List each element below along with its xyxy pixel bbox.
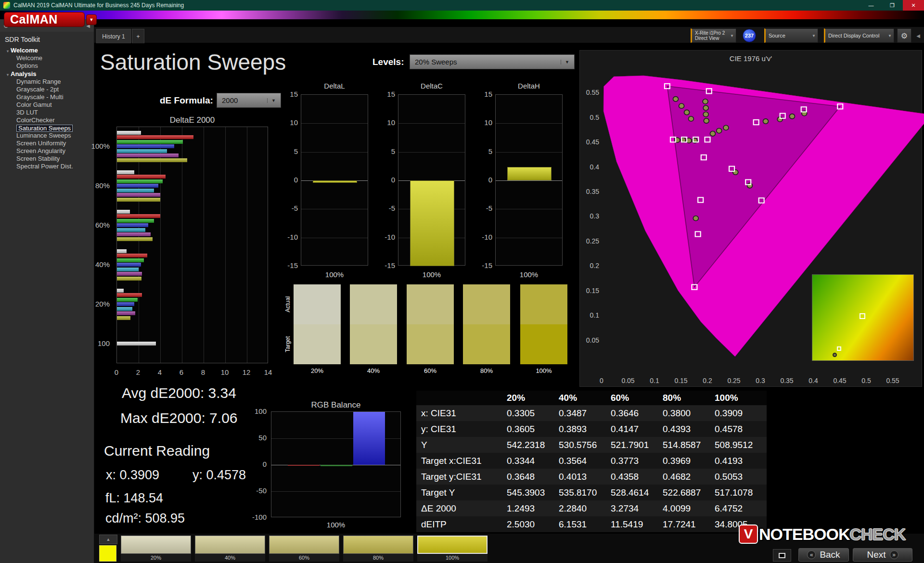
x-tick-label: 6	[176, 368, 187, 376]
sample-button-60[interactable]: 60%	[269, 536, 339, 562]
x-tick-label: 0.25	[726, 377, 742, 384]
calman-logo[interactable]: CalMAN	[4, 12, 85, 27]
sample-color	[343, 536, 413, 554]
sample-button-80[interactable]: 80%	[343, 536, 413, 562]
y-tick-label: 0.35	[581, 188, 599, 195]
gridline	[496, 123, 562, 124]
target-swatch	[407, 324, 454, 364]
target-swatch	[520, 324, 567, 364]
table-header-row: 20%40%60%80%100%	[416, 391, 767, 405]
display-control-dropdown[interactable]: Direct Display Control ▼	[824, 28, 894, 43]
y-tick-label: 0	[241, 460, 267, 468]
panel-collapse-icon[interactable]: ◀	[914, 28, 922, 43]
y-tick-label: 0	[481, 176, 492, 184]
cie-diagram-panel: CIE 1976 u'v' 00.050.10.150.20.250.30.35…	[579, 50, 922, 387]
cell-value: 6.4752	[715, 503, 767, 514]
y-tick-label: 15	[384, 90, 395, 98]
bar-blue	[117, 184, 158, 188]
next-label: Next	[867, 550, 886, 560]
header-40: 40%	[559, 393, 611, 403]
sidebar-item-colorchecker[interactable]: ColorChecker	[0, 116, 94, 124]
window-controls: — ❐ ✕	[860, 0, 924, 11]
levels-value: 20% Sweeps	[415, 58, 457, 66]
sidebar-item-saturation-sweeps[interactable]: Saturation Sweeps	[0, 124, 94, 132]
header-80: 80%	[663, 393, 715, 403]
sidebar-item-spectral-power-dist[interactable]: Spectral Power Dist.	[0, 163, 94, 170]
new-tab-button[interactable]: +	[132, 29, 144, 43]
settings-gear-button[interactable]: ⚙	[897, 28, 911, 43]
sidebar-item-color-gamut[interactable]: Color Gamut	[0, 101, 94, 109]
cell-value: 0.4578	[715, 424, 767, 435]
row-label: Target y:CIE31	[416, 472, 507, 482]
sidebar-item-welcome[interactable]: Welcome	[0, 54, 94, 62]
sample-button-20[interactable]: 20%	[121, 536, 191, 562]
gridline	[160, 127, 161, 363]
sidebar-item-screen-uniformity[interactable]: Screen Uniformity	[0, 140, 94, 147]
bar-red	[117, 135, 193, 139]
sidebar-item-label: ColorChecker	[16, 116, 54, 124]
app-icon	[3, 2, 10, 9]
minimize-button[interactable]: —	[860, 0, 882, 11]
sidebar-section-welcome[interactable]: ▾Welcome	[0, 46, 94, 54]
table-row-target-y: Target Y545.3903535.8170528.4614522.6887…	[416, 485, 767, 500]
bar-white	[117, 210, 130, 214]
bar-green	[117, 298, 138, 302]
close-button[interactable]: ✕	[903, 0, 924, 11]
sidebar-item-grayscale-2pt[interactable]: Grayscale - 2pt	[0, 86, 94, 93]
meter-dropdown[interactable]: X-Rite i1Pro 2 Direct View ▼	[691, 28, 736, 43]
y-tick-label: 5	[384, 147, 395, 155]
bar-yellow	[117, 198, 160, 202]
sidebar-item-options[interactable]: Options	[0, 62, 94, 70]
expand-up-button[interactable]: ▲	[99, 535, 117, 544]
next-button[interactable]: Next »	[853, 548, 912, 562]
sample-button-40[interactable]: 40%	[195, 536, 265, 562]
y-tick-label: 0.1	[581, 311, 599, 319]
swatch-column-20: 20%	[294, 284, 341, 374]
cell-value: 0.3648	[507, 472, 559, 482]
sidebar-item-grayscale-multi[interactable]: Grayscale - Multi	[0, 93, 94, 101]
watermark-text-2: CHECK	[849, 525, 905, 544]
cell-value: 6.1531	[559, 519, 611, 530]
sample-button-100[interactable]: 100%	[417, 536, 488, 562]
de-formula-dropdown[interactable]: 2000 ▼	[217, 93, 281, 108]
measurement-count-badge[interactable]: 237	[743, 29, 756, 42]
back-button[interactable]: « Back	[798, 548, 849, 562]
source-dropdown[interactable]: Source ▼	[764, 28, 818, 43]
actual-swatch	[407, 284, 454, 324]
y-tick-label: 100	[241, 407, 267, 415]
gridline	[496, 238, 562, 238]
sidebar-item-screen-angularity[interactable]: Screen Angularity	[0, 147, 94, 155]
gridline	[301, 238, 368, 238]
levels-dropdown[interactable]: 20% Sweeps ▼	[410, 54, 575, 69]
maximize-button[interactable]: ❐	[882, 0, 903, 11]
swatch-column-100: 100%	[520, 284, 567, 374]
y-tick-label: 50	[241, 434, 267, 442]
bar-magenta	[117, 232, 151, 236]
y-tick-label: 0.25	[581, 237, 599, 245]
y-tick-label: -5	[481, 204, 492, 212]
x-tick-label: 0.35	[779, 377, 795, 384]
y-tick-label: 0	[384, 176, 395, 184]
expander-icon: ▾	[7, 73, 9, 77]
target-row-label: Target	[283, 324, 293, 364]
current-sample-swatch[interactable]	[99, 545, 116, 562]
x-tick-label: 0	[593, 377, 610, 384]
sidebar-item-screen-stability[interactable]: Screen Stability	[0, 155, 94, 163]
measured-point	[703, 99, 708, 104]
bar-red	[117, 293, 142, 297]
table-row-target-x-cie31: Target x:CIE310.33440.35640.37730.39690.…	[416, 453, 767, 469]
logo-dropdown-arrow-icon[interactable]: ▼	[86, 14, 97, 25]
swatch-row-labels: Actual Target	[283, 284, 293, 364]
sidebar-item-dynamic-range[interactable]: Dynamic Range	[0, 78, 94, 86]
sidebar-item-label: Luminance Sweeps	[16, 132, 71, 139]
value-bar	[507, 167, 552, 180]
sidebar-section-analysis[interactable]: ▾Analysis	[0, 70, 94, 78]
pattern-window-button[interactable]	[773, 549, 791, 562]
sidebar-item-3d-lut[interactable]: 3D LUT	[0, 109, 94, 116]
sidebar-item-label: Screen Uniformity	[16, 140, 66, 147]
sidebar-section-label: Welcome	[11, 47, 38, 54]
sidebar-item-luminance-sweeps[interactable]: Luminance Sweeps	[0, 132, 94, 140]
table-row-deitp: dEITP2.50306.153111.541917.724134.8005	[416, 516, 767, 532]
tab-history-1[interactable]: History 1	[96, 29, 131, 43]
deltal-chart: DeltaL 100% 151050-5-10-15	[286, 82, 383, 280]
